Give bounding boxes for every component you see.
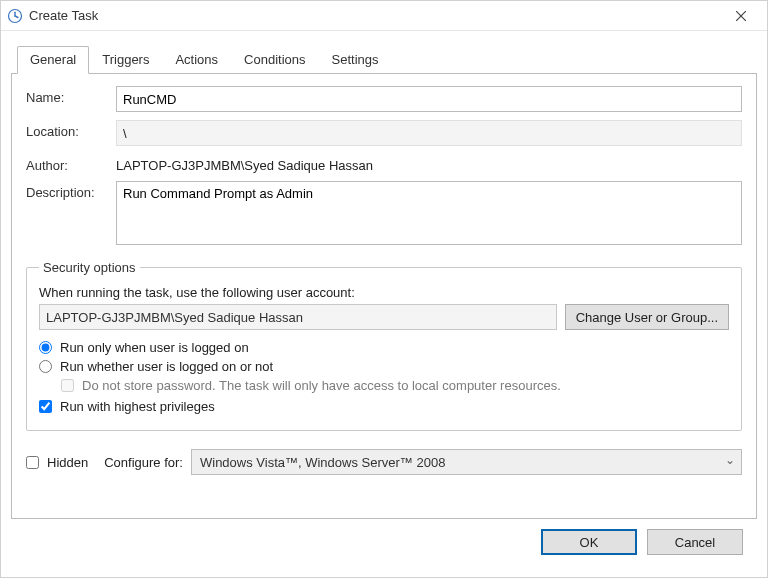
dialog-footer: OK Cancel [11,519,757,567]
cancel-button[interactable]: Cancel [647,529,743,555]
checkbox-hidden-input[interactable] [26,456,39,469]
tabstrip: General Triggers Actions Conditions Sett… [11,45,757,74]
row-author: Author: LAPTOP-GJ3PJMBM\Syed Sadique Has… [26,154,742,173]
author-label: Author: [26,154,116,173]
checkbox-hidden[interactable]: Hidden [26,455,88,470]
security-prompt: When running the task, use the following… [39,285,729,300]
name-label: Name: [26,86,116,105]
row-description: Description: [26,181,742,248]
row-location: Location: \ [26,120,742,146]
checkbox-no-store-password: Do not store password. The task will onl… [61,378,729,393]
description-input[interactable] [116,181,742,245]
radio-run-logged-on-input[interactable] [39,341,52,354]
close-icon [736,8,746,24]
close-button[interactable] [721,2,761,30]
location-value: \ [116,120,742,146]
account-value: LAPTOP-GJ3PJMBM\Syed Sadique Hassan [39,304,557,330]
configure-for-value: Windows Vista™, Windows Server™ 2008 [200,455,445,470]
clock-icon [7,8,23,24]
row-name: Name: [26,86,742,112]
create-task-window: Create Task General Triggers Actions Con… [0,0,768,578]
checkbox-no-store-password-input [61,379,74,392]
location-label: Location: [26,120,116,139]
checkbox-highest-privileges-input[interactable] [39,400,52,413]
account-row: LAPTOP-GJ3PJMBM\Syed Sadique Hassan Chan… [39,304,729,330]
radio-run-whether-input[interactable] [39,360,52,373]
configure-for-select[interactable]: Windows Vista™, Windows Server™ 2008 [191,449,742,475]
tab-panel-general: Name: Location: \ Author: LAPTOP-GJ3PJMB… [11,74,757,519]
titlebar: Create Task [1,1,767,31]
radio-run-logged-on-label: Run only when user is logged on [60,340,249,355]
radio-run-logged-on[interactable]: Run only when user is logged on [39,340,729,355]
name-input[interactable] [116,86,742,112]
tab-triggers[interactable]: Triggers [89,46,162,74]
tab-settings[interactable]: Settings [319,46,392,74]
security-legend: Security options [39,260,140,275]
checkbox-highest-privileges[interactable]: Run with highest privileges [39,399,729,414]
checkbox-no-store-password-label: Do not store password. The task will onl… [82,378,561,393]
change-user-button[interactable]: Change User or Group... [565,304,729,330]
checkbox-hidden-label: Hidden [47,455,88,470]
author-value: LAPTOP-GJ3PJMBM\Syed Sadique Hassan [116,158,373,173]
configure-for-label: Configure for: [104,455,183,470]
bottom-row: Hidden Configure for: Windows Vista™, Wi… [26,449,742,475]
checkbox-highest-privileges-label: Run with highest privileges [60,399,215,414]
security-options-group: Security options When running the task, … [26,260,742,431]
radio-run-whether[interactable]: Run whether user is logged on or not [39,359,729,374]
description-label: Description: [26,181,116,200]
radio-run-whether-label: Run whether user is logged on or not [60,359,273,374]
tab-general[interactable]: General [17,46,89,74]
dialog-body: General Triggers Actions Conditions Sett… [1,31,767,577]
window-title: Create Task [29,8,721,23]
configure-for-wrap: Configure for: Windows Vista™, Windows S… [104,449,742,475]
ok-button[interactable]: OK [541,529,637,555]
tab-actions[interactable]: Actions [162,46,231,74]
tab-conditions[interactable]: Conditions [231,46,318,74]
